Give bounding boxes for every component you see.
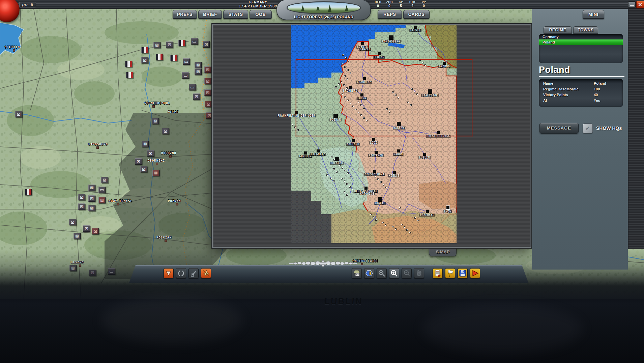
photo-ghost-shape	[101, 297, 243, 344]
viewport-rectangle[interactable]	[296, 59, 472, 136]
close-button[interactable]: ✕	[636, 1, 644, 8]
infantry-counter[interactable]: ⊠	[69, 219, 76, 225]
regime-list: GermanyPoland	[539, 34, 623, 63]
end-turn-button[interactable]	[470, 268, 480, 278]
unit-dot	[370, 214, 372, 215]
save-button[interactable]	[458, 268, 468, 278]
infantry-counter[interactable]: ⊠	[101, 177, 108, 183]
city-dot	[373, 170, 376, 173]
infantry-counter[interactable]: ⊠	[135, 158, 142, 165]
hq-flag-counter[interactable]	[156, 54, 163, 60]
smap-button[interactable]: S.MAP	[429, 248, 457, 256]
faded-city-label: LUBLIN	[324, 296, 363, 307]
unit-dot	[345, 57, 347, 59]
hq-flag-counter[interactable]	[25, 189, 32, 195]
white-flag-icon	[446, 269, 454, 277]
unit-dot	[383, 184, 384, 186]
infantry-counter[interactable]: ⊠	[88, 195, 95, 202]
tab-regime[interactable]: REGIME	[544, 26, 572, 34]
detail-row: Victory Points40	[539, 92, 623, 98]
rotate-arrows-button[interactable]	[176, 268, 186, 278]
infantry-counter[interactable]: ⊠	[162, 128, 169, 134]
minimize-button[interactable]	[628, 1, 636, 8]
polish-counter[interactable]: ⊠	[204, 89, 211, 96]
mech-counter[interactable]: ▭	[183, 58, 190, 65]
zoom-area-button[interactable]	[402, 268, 412, 278]
unit-dot	[341, 178, 343, 179]
hq-flag-counter[interactable]	[126, 72, 133, 78]
infantry-counter[interactable]: ⊠	[142, 141, 149, 147]
hq-flag-counter[interactable]	[141, 47, 148, 53]
infantry-counter[interactable]: ⊠	[195, 68, 202, 75]
stats-button[interactable]: STATS	[223, 10, 248, 19]
air-strike-button[interactable]	[201, 268, 211, 278]
town-dot	[79, 264, 81, 267]
cards-button[interactable]: CARDS	[403, 10, 430, 19]
polish-counter[interactable]: ⊠	[204, 66, 211, 73]
infantry-counter[interactable]: ⊠	[69, 265, 77, 271]
game-screen: STETTINSCHNEIDEMUHLNETZELANDSBERGROGOZNO…	[0, 0, 644, 363]
infantry-counter[interactable]: ⊠	[203, 41, 210, 48]
polish-counter[interactable]: ⊠	[92, 228, 99, 234]
polish-counter[interactable]: ⊠	[204, 78, 211, 84]
unit-dot	[414, 217, 416, 219]
polish-counter[interactable]: ⊠	[205, 101, 212, 107]
infantry-counter[interactable]: ⊠	[78, 194, 85, 200]
town-label-landsberg: LANDSBERG	[88, 143, 108, 146]
unit-dot	[399, 207, 401, 208]
zoom-in-icon	[390, 269, 398, 277]
fuel-can-button[interactable]	[414, 268, 424, 278]
political-points-box: pp 5	[19, 2, 36, 7]
white-flag-button[interactable]	[445, 268, 455, 278]
infantry-counter[interactable]: ⊠	[193, 93, 200, 100]
show-hqs-checkbox[interactable]: ✓	[583, 123, 593, 133]
tree-icon	[316, 6, 320, 10]
infantry-counter[interactable]: ⊠	[89, 270, 96, 276]
infantry-counter[interactable]: ⊠	[195, 62, 202, 68]
mech-counter[interactable]: ▭	[108, 268, 115, 275]
tab-towns[interactable]: TOWNS	[573, 26, 598, 34]
regime-list-item[interactable]: Germany	[539, 34, 623, 39]
infantry-counter[interactable]: ⊠	[15, 111, 22, 117]
unit-dot	[330, 178, 332, 179]
infantry-counter[interactable]: ⊠	[78, 203, 85, 210]
unit-dot	[404, 226, 405, 228]
mech-counter[interactable]: ▭	[98, 187, 106, 193]
hq-flag-counter[interactable]	[178, 40, 185, 46]
mech-counter[interactable]: ▭	[182, 72, 189, 79]
zoom-out-button[interactable]	[377, 268, 387, 278]
town-label-schneidemuhl: SCHNEIDEMUHL	[144, 102, 170, 105]
message-button[interactable]: MESSAGE	[539, 123, 579, 134]
infantry-counter[interactable]: ⊠	[166, 41, 173, 48]
hq-flag-counter[interactable]	[170, 55, 177, 61]
polish-counter[interactable]: ⊠	[98, 197, 106, 203]
hex-mail-button[interactable]	[352, 268, 362, 278]
triangle-down-button[interactable]	[164, 268, 174, 278]
unit-dot	[409, 232, 411, 233]
prefs-button[interactable]: PREFS	[173, 10, 197, 19]
mech-counter[interactable]: ▭	[191, 38, 198, 45]
polish-counter[interactable]: ⊠	[152, 170, 159, 176]
infantry-counter[interactable]: ⊠	[88, 205, 95, 211]
stat-zoc: ZOC0	[385, 0, 394, 8]
zoom-in-button[interactable]	[389, 268, 399, 278]
infantry-counter[interactable]: ⊠	[74, 233, 81, 239]
infantry-counter[interactable]: ⊠	[147, 150, 154, 157]
infantry-counter[interactable]: ⊠	[152, 118, 159, 124]
unit-dot	[342, 167, 343, 169]
infantry-counter[interactable]: ⊠	[88, 185, 95, 191]
hex-counter-button[interactable]	[364, 268, 374, 278]
infantry-counter[interactable]: ⊠	[153, 42, 160, 48]
hq-flag-counter[interactable]	[125, 61, 132, 67]
artillery-button[interactable]	[188, 268, 199, 278]
report-button[interactable]	[433, 268, 443, 278]
infantry-counter[interactable]: ⊠	[140, 166, 147, 172]
mini-button[interactable]: MINI	[583, 10, 604, 19]
unit-dot	[392, 226, 394, 227]
infantry-counter[interactable]: ⊠	[141, 57, 148, 63]
infantry-counter[interactable]: ⊠	[83, 225, 90, 232]
regime-list-item[interactable]: Poland	[539, 39, 623, 45]
mech-counter[interactable]: ▭	[189, 84, 196, 90]
unit-dot	[349, 186, 351, 188]
brief-button[interactable]: BRIEF	[198, 10, 222, 19]
